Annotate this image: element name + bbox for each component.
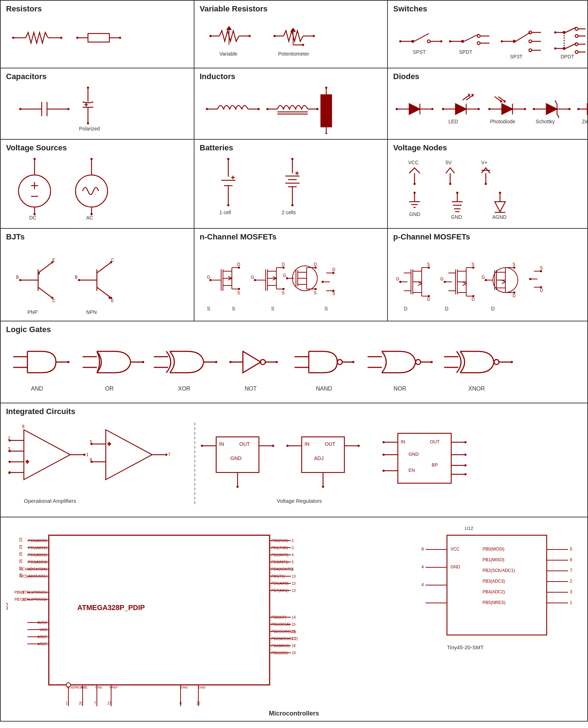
svg-text:GND: GND	[181, 686, 188, 689]
svg-point-86	[257, 108, 260, 110]
svg-point-174	[413, 183, 416, 185]
svg-text:Photodiode: Photodiode	[490, 119, 515, 124]
svg-marker-380	[243, 351, 261, 373]
svg-text:D: D	[427, 297, 430, 302]
svg-text:GND: GND	[409, 451, 419, 457]
svg-point-476	[464, 473, 467, 475]
svg-point-97	[325, 133, 327, 134]
svg-text:PC2(ADC2): PC2(ADC2)	[28, 553, 47, 557]
capacitors-svg: Polarized	[6, 84, 141, 134]
svg-text:B: B	[75, 275, 78, 280]
svg-point-92	[316, 108, 318, 110]
svg-text:PC0(ADC0): PC0(ADC0)	[28, 539, 47, 543]
svg-text:9: 9	[22, 590, 24, 594]
ic-cell: Integrated Circuits	[1, 403, 587, 517]
svg-text:IN: IN	[305, 441, 309, 447]
svg-text:16: 16	[292, 630, 296, 634]
svg-text:1: 1	[570, 600, 572, 605]
voltage-nodes-cell: Voltage Nodes VCC 5V	[388, 140, 587, 228]
svg-text:G: G	[440, 277, 443, 282]
logic-gates-svg: AND OR	[6, 337, 588, 398]
svg-text:AREF: AREF	[37, 635, 47, 639]
svg-text:PD4(XCK/T0): PD4(XCK/T0)	[271, 567, 293, 571]
svg-text:PC3(ADC3): PC3(ADC3)	[28, 560, 47, 564]
svg-point-446	[272, 445, 274, 447]
svg-text:2: 2	[570, 579, 572, 584]
svg-text:NPN: NPN	[86, 309, 97, 315]
svg-text:D: D	[404, 306, 407, 311]
svg-text:PD2(INT0): PD2(INT0)	[271, 553, 288, 557]
svg-point-447	[236, 486, 239, 488]
svg-text:SP3T: SP3T	[510, 54, 522, 60]
svg-point-377	[215, 361, 217, 363]
svg-text:3: 3	[8, 446, 10, 451]
svg-text:AC: AC	[86, 215, 93, 220]
svg-point-399	[416, 360, 421, 365]
svg-text:4: 4	[421, 582, 424, 587]
svg-text:ATMEGA328P_PDIP: ATMEGA328P_PDIP	[77, 604, 145, 611]
svg-point-66	[554, 31, 556, 33]
svg-point-2	[12, 37, 14, 39]
svg-point-238	[238, 288, 240, 290]
svg-point-521	[66, 683, 71, 687]
svg-text:XOR: XOR	[178, 386, 191, 392]
svg-text:OUT: OUT	[430, 439, 440, 444]
svg-point-197	[499, 192, 501, 194]
svg-text:PB0(ICP): PB0(ICP)	[271, 615, 286, 619]
svg-text:NOR: NOR	[394, 386, 406, 392]
svg-text:D: D	[237, 262, 240, 267]
svg-point-184	[413, 192, 416, 194]
svg-point-401	[431, 361, 433, 363]
row-7: 23 24 25 26 27 28 PC0(ADC0) PC1(ADC1) PC…	[1, 517, 587, 721]
voltage-sources-svg: DC AC	[6, 155, 141, 220]
svg-point-29	[440, 40, 442, 42]
svg-marker-99	[409, 104, 420, 114]
svg-text:7: 7	[168, 452, 171, 457]
svg-text:3: 3	[292, 546, 294, 550]
svg-text:U5: U5	[6, 603, 9, 610]
svg-text:BP: BP	[432, 462, 438, 468]
svg-text:5V: 5V	[446, 160, 452, 165]
logic-gates-cell: Logic Gates AND	[1, 321, 587, 403]
svg-text:21: 21	[107, 701, 111, 705]
svg-point-370	[142, 361, 144, 363]
svg-text:VCC: VCC	[40, 628, 47, 632]
svg-point-293	[399, 281, 401, 283]
svg-text:S: S	[512, 262, 515, 267]
svg-text:Voltage Regulators: Voltage Regulators	[277, 498, 322, 504]
svg-point-135	[577, 108, 579, 110]
svg-text:S: S	[324, 306, 328, 311]
svg-text:8: 8	[421, 547, 424, 552]
svg-text:22: 22	[196, 701, 201, 705]
svg-text:S: S	[314, 290, 317, 295]
svg-text:6: 6	[292, 567, 294, 571]
svg-text:PD1(TXD): PD1(TXD)	[271, 546, 288, 550]
svg-text:G: G	[283, 273, 286, 278]
svg-text:1: 1	[66, 701, 68, 705]
svg-text:Schottky: Schottky	[536, 119, 555, 124]
svg-text:15: 15	[292, 623, 296, 626]
svg-text:G: G	[396, 277, 399, 282]
nmos-title: n-Channel MOSFETs	[200, 232, 382, 242]
svg-point-349	[529, 278, 531, 280]
svg-point-475	[464, 464, 467, 466]
svg-point-73	[19, 108, 21, 110]
svg-point-190	[456, 192, 458, 194]
svg-point-421	[83, 454, 85, 456]
svg-point-474	[464, 454, 467, 456]
svg-text:E: E	[52, 258, 55, 263]
capacitors-cell: Capacitors	[1, 68, 194, 139]
svg-line-120	[495, 97, 502, 102]
svg-text:IN: IN	[401, 439, 405, 444]
svg-point-391	[337, 360, 342, 365]
row-1: Resistors	[1, 1, 587, 68]
svg-point-312	[444, 281, 446, 283]
svg-text:25: 25	[19, 552, 23, 556]
svg-line-216	[97, 262, 111, 273]
svg-text:PB4(ADC2): PB4(ADC2)	[483, 589, 505, 594]
batteries-cell: Batteries 1 cell	[194, 140, 388, 228]
svg-text:4: 4	[8, 470, 10, 475]
svg-text:OUT: OUT	[325, 441, 335, 447]
svg-text:S: S	[237, 290, 240, 295]
svg-point-74	[67, 108, 69, 110]
